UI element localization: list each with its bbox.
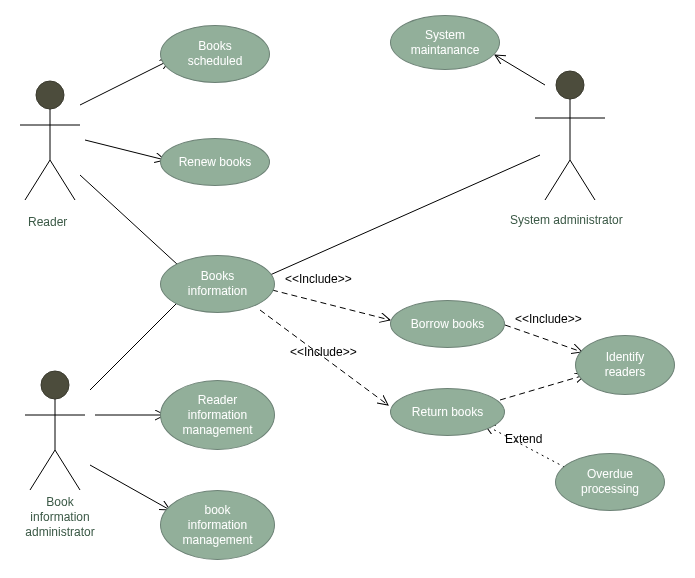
svg-point-5 (41, 371, 69, 399)
actor-reader-label: Reader (28, 215, 67, 230)
assoc-sysadmin-books-info (270, 155, 540, 275)
usecase-reader-info-mgmt: Reader information management (160, 380, 275, 450)
label-extend: Extend (505, 432, 542, 446)
usecase-label: System maintanance (411, 28, 480, 58)
label-include: <<Include>> (285, 272, 352, 286)
assoc-sysadmin-system-maint (495, 55, 545, 85)
svg-line-13 (545, 160, 570, 200)
actor-book-admin-figure (25, 371, 85, 490)
assoc-reader-books-info (80, 175, 178, 265)
usecase-books-scheduled: Books scheduled (160, 25, 270, 83)
svg-point-10 (556, 71, 584, 99)
include-borrow-identify (505, 325, 582, 352)
usecase-label: Reader information management (182, 393, 252, 438)
usecase-system-maint: System maintanance (390, 15, 500, 70)
svg-line-8 (30, 450, 55, 490)
actor-system-admin-figure (535, 71, 605, 200)
label-include: <<Include>> (515, 312, 582, 326)
usecase-renew-books: Renew books (160, 138, 270, 186)
usecase-label: Books information (188, 269, 247, 299)
svg-line-9 (55, 450, 80, 490)
usecase-label: book information management (182, 503, 252, 548)
usecase-label: Borrow books (411, 317, 484, 332)
usecase-borrow-books: Borrow books (390, 300, 505, 348)
usecase-label: Overdue processing (581, 467, 639, 497)
usecase-books-information: Books information (160, 255, 275, 313)
svg-line-14 (570, 160, 595, 200)
usecase-return-books: Return books (390, 388, 505, 436)
usecase-label: Books scheduled (188, 39, 243, 69)
usecase-book-info-mgmt: book information management (160, 490, 275, 560)
usecase-label: Return books (412, 405, 483, 420)
actor-system-admin-label: System administrator (510, 213, 623, 228)
usecase-overdue-processing: Overdue processing (555, 453, 665, 511)
include-return-identify (500, 375, 585, 400)
usecase-identify-readers: Identify readers (575, 335, 675, 395)
assoc-bookadmin-books-info (90, 300, 180, 390)
assoc-reader-books-scheduled (80, 60, 170, 105)
include-booksinfo-borrow (272, 290, 390, 320)
actor-reader-figure (20, 81, 80, 200)
label-include: <<Include>> (290, 345, 357, 359)
usecase-label: Renew books (179, 155, 252, 170)
assoc-reader-renew-books (85, 140, 165, 160)
usecase-label: Identify readers (605, 350, 646, 380)
svg-line-3 (25, 160, 50, 200)
actor-book-admin-label: Book information administrator (15, 495, 105, 540)
svg-line-4 (50, 160, 75, 200)
svg-point-0 (36, 81, 64, 109)
